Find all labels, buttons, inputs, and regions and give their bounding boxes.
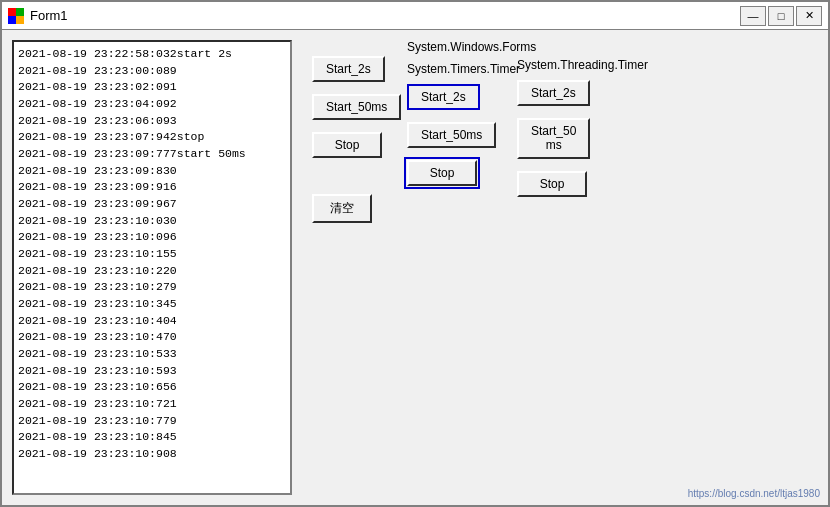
watermark: https://blog.csdn.net/ltjas1980 <box>688 488 820 499</box>
log-line: 2021-08-19 23:23:10:593 <box>18 363 286 380</box>
col3-start2s-button[interactable]: Start_2s <box>517 80 590 106</box>
log-line: 2021-08-19 23:22:58:032start 2s <box>18 46 286 63</box>
log-line: 2021-08-19 23:23:10:096 <box>18 229 286 246</box>
log-line: 2021-08-19 23:23:09:967 <box>18 196 286 213</box>
svg-rect-3 <box>16 16 24 24</box>
column-1: Start_2s Start_50ms Stop 清空 <box>312 56 397 495</box>
col1-start50ms-button[interactable]: Start_50ms <box>312 94 401 120</box>
log-line: 2021-08-19 23:23:04:092 <box>18 96 286 113</box>
log-line: 2021-08-19 23:23:06:093 <box>18 113 286 130</box>
svg-rect-2 <box>8 16 16 24</box>
col1-start2s-button[interactable]: Start_2s <box>312 56 385 82</box>
col2-stop-button[interactable]: Stop <box>407 160 477 186</box>
log-line: 2021-08-19 23:23:10:404 <box>18 313 286 330</box>
log-line: 2021-08-19 23:23:10:279 <box>18 279 286 296</box>
column-3: System.Threading.Timer Start_2s Start_50… <box>517 58 607 495</box>
title-bar: Form1 — □ ✕ <box>2 2 828 30</box>
log-line: 2021-08-19 23:23:09:830 <box>18 163 286 180</box>
col1-stop-button[interactable]: Stop <box>312 132 382 158</box>
col2-start50ms-button[interactable]: Start_50ms <box>407 122 496 148</box>
col3-stop-button[interactable]: Stop <box>517 171 587 197</box>
svg-rect-0 <box>8 8 16 16</box>
col2-main-header: System.Windows.Forms <box>407 40 536 54</box>
window-title: Form1 <box>30 8 68 23</box>
minimize-button[interactable]: — <box>740 6 766 26</box>
col2-sub-header: System.Timers.Timer <box>407 62 520 76</box>
log-line: 2021-08-19 23:23:10:030 <box>18 213 286 230</box>
log-line: 2021-08-19 23:23:10:155 <box>18 246 286 263</box>
window-icon <box>8 8 24 24</box>
column-2: System.Windows.Forms System.Timers.Timer… <box>407 40 507 495</box>
log-line: 2021-08-19 23:23:10:533 <box>18 346 286 363</box>
col1-clear-button[interactable]: 清空 <box>312 194 372 223</box>
log-line: 2021-08-19 23:23:10:908 <box>18 446 286 463</box>
log-line: 2021-08-19 23:23:10:721 <box>18 396 286 413</box>
log-line: 2021-08-19 23:23:10:779 <box>18 413 286 430</box>
controls-area: Start_2s Start_50ms Stop 清空 System.Windo… <box>312 40 818 495</box>
log-line: 2021-08-19 23:23:10:220 <box>18 263 286 280</box>
log-line: 2021-08-19 23:23:10:845 <box>18 429 286 446</box>
log-line: 2021-08-19 23:23:10:656 <box>18 379 286 396</box>
log-panel: 2021-08-19 23:22:58:032start 2s2021-08-1… <box>12 40 292 495</box>
col3-start50ms-button[interactable]: Start_50ms <box>517 118 590 159</box>
log-line: 2021-08-19 23:23:00:089 <box>18 63 286 80</box>
window-controls: — □ ✕ <box>740 6 822 26</box>
log-line: 2021-08-19 23:23:10:470 <box>18 329 286 346</box>
col3-header: System.Threading.Timer <box>517 58 648 72</box>
col2-start2s-button[interactable]: Start_2s <box>407 84 480 110</box>
log-line: 2021-08-19 23:23:09:916 <box>18 179 286 196</box>
log-line: 2021-08-19 23:23:09:777start 50ms <box>18 146 286 163</box>
log-line: 2021-08-19 23:23:07:942stop <box>18 129 286 146</box>
close-button[interactable]: ✕ <box>796 6 822 26</box>
maximize-button[interactable]: □ <box>768 6 794 26</box>
svg-rect-1 <box>16 8 24 16</box>
log-line: 2021-08-19 23:23:10:345 <box>18 296 286 313</box>
log-line: 2021-08-19 23:23:02:091 <box>18 79 286 96</box>
